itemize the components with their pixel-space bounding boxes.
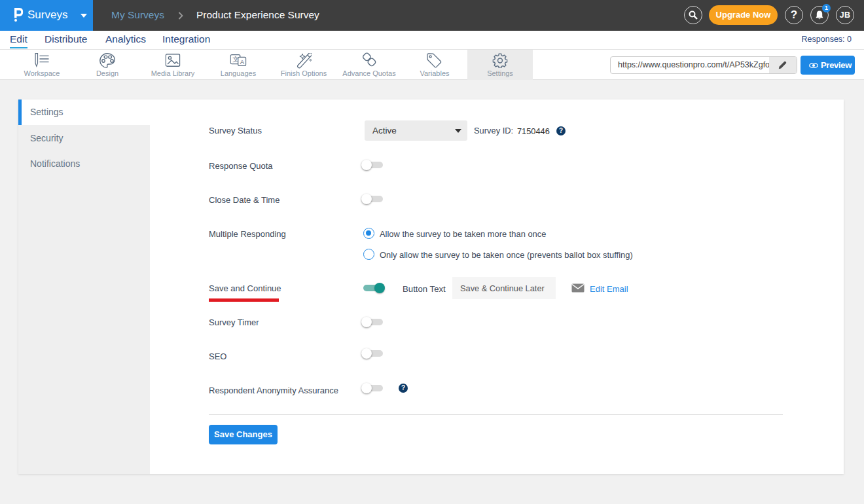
svg-text:A: A <box>240 58 245 65</box>
